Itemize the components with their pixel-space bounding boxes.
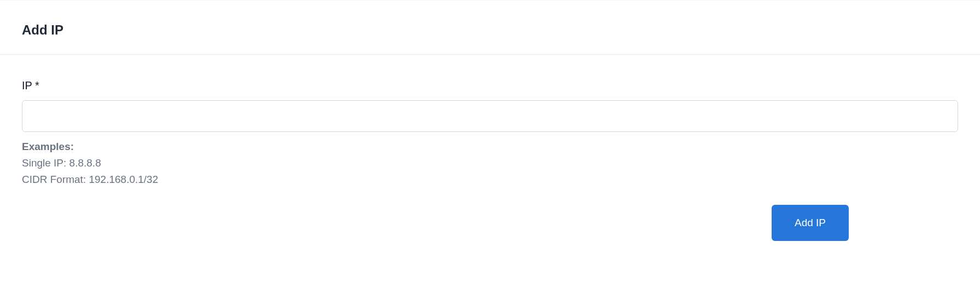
example-cidr: CIDR Format: 192.168.0.1/32: [22, 174, 958, 186]
ip-input[interactable]: [22, 100, 958, 132]
dialog-title: Add IP: [22, 22, 958, 38]
examples-heading: Examples:: [22, 141, 958, 153]
ip-field-label: IP *: [22, 79, 958, 92]
dialog-header: Add IP: [0, 0, 980, 55]
button-row: Add IP: [22, 205, 958, 241]
add-ip-button[interactable]: Add IP: [772, 205, 849, 241]
dialog-content: IP * Examples: Single IP: 8.8.8.8 CIDR F…: [0, 55, 980, 263]
examples-help: Examples: Single IP: 8.8.8.8 CIDR Format…: [22, 141, 958, 186]
example-single-ip: Single IP: 8.8.8.8: [22, 157, 958, 169]
